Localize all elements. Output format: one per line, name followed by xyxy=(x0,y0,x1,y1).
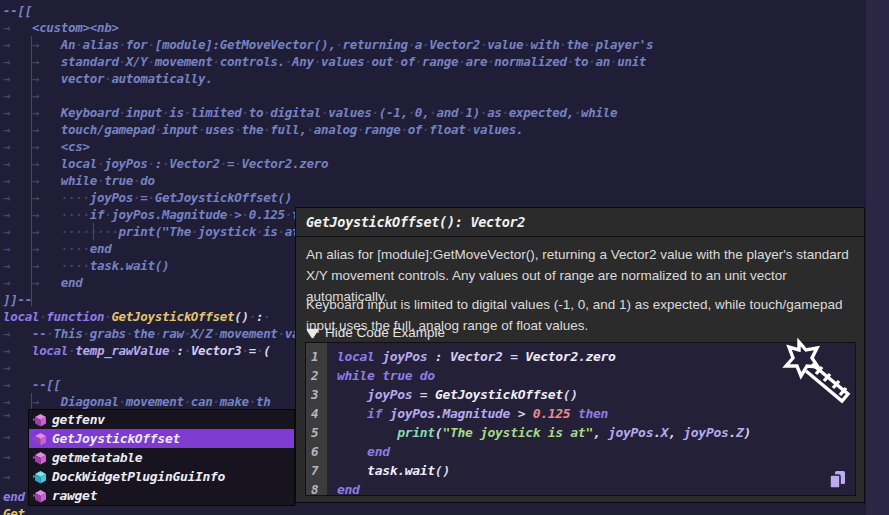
autocomplete-item-label: DockWidgetPluginGuiInfo xyxy=(52,467,225,486)
autocomplete-item-label: GetJoystickOffset xyxy=(52,429,180,448)
indent-guide xyxy=(93,223,94,240)
code-line[interactable]: → → ···· task.wait() xyxy=(3,257,169,274)
example-code-line: end xyxy=(337,480,360,499)
code-line[interactable]: → <custom><nb> xyxy=(3,19,119,36)
line-number: 8 xyxy=(311,480,325,499)
example-code-line: task.wait() xyxy=(337,461,450,480)
example-code-line: print("The joystick is at", joyPos.X, jo… xyxy=(337,423,751,442)
function-cube-icon xyxy=(33,413,47,427)
code-line[interactable]: → → · · · · · · · · · · · · · Keyboard i… xyxy=(3,104,617,121)
line-number: 4 xyxy=(311,404,325,423)
code-line[interactable]: → → · · · · · · · · · · · · · standard X… xyxy=(3,53,646,70)
code-line[interactable]: → → <cs> xyxy=(3,138,90,155)
autocomplete-item-getfenv[interactable]: getfenv xyxy=(29,410,294,429)
autocomplete-item-getmetatable[interactable]: getmetatable xyxy=(29,448,294,467)
class-cube-icon xyxy=(33,470,47,484)
autocomplete-item-dockwidgetpluginguiinfo[interactable]: DockWidgetPluginGuiInfo xyxy=(29,467,294,486)
code-line[interactable]: → xyxy=(3,359,32,376)
code-line[interactable]: Get xyxy=(3,505,25,515)
code-line[interactable]: → → · · · · · local joyPos : Vector2 = V… xyxy=(3,155,328,172)
wand-cursor-icon xyxy=(776,338,860,416)
autocomplete-item-rawget[interactable]: rawget xyxy=(29,486,294,505)
line-number: 3 xyxy=(311,385,325,404)
code-line[interactable]: → → · · · · · · · · · · An alias for [mo… xyxy=(3,36,653,53)
code-line[interactable]: end xyxy=(3,488,25,505)
autocomplete-item-label: getfenv xyxy=(52,410,105,429)
function-cube-icon xyxy=(33,451,47,465)
autocomplete-item-label: getmetatable xyxy=(52,448,142,467)
code-line[interactable]: → → · · while true do xyxy=(3,172,155,189)
line-number: 1 xyxy=(311,347,325,366)
autocomplete-item-getjoystickoffset[interactable]: GetJoystickOffset xyxy=(29,429,294,448)
line-number: 2 xyxy=(311,366,325,385)
code-line[interactable]: → → ···· end xyxy=(3,240,111,257)
example-code-line: local joyPos : Vector2 = Vector2.zero xyxy=(337,347,616,366)
hide-code-example-label: Hide Code Example xyxy=(325,325,445,341)
tooltip-title: GetJoystickOffset(): Vector2 xyxy=(296,208,864,237)
example-code-line: end xyxy=(337,442,390,461)
example-code-line: if joyPos.Magnitude > 0.125 then xyxy=(337,404,608,423)
line-number: 7 xyxy=(311,461,325,480)
indent-guide xyxy=(31,36,32,306)
function-cube-icon xyxy=(33,489,47,503)
code-line[interactable]: --[[ xyxy=(3,2,32,19)
function-cube-icon xyxy=(33,432,47,446)
scrollbar-track[interactable] xyxy=(866,0,889,515)
code-line[interactable]: → → · vector automatically. xyxy=(3,70,213,87)
code-line[interactable]: ]]-- xyxy=(3,291,32,308)
code-line[interactable]: → · · · · · local temp_rawValue : Vector… xyxy=(3,342,270,359)
example-code-line: joyPos = GetJoystickOffset() xyxy=(337,385,578,404)
code-line[interactable]: → → · · · · · · · · · touch/gamepad inpu… xyxy=(3,121,523,138)
chevron-down-icon xyxy=(306,328,319,339)
autocomplete-item-label: rawget xyxy=(52,486,97,505)
code-example-block: 1local joyPos : Vector2 = Vector2.zero2w… xyxy=(305,342,856,496)
hide-code-example-toggle[interactable]: Hide Code Example xyxy=(306,325,445,341)
line-number: 5 xyxy=(311,423,325,442)
autocomplete-dropdown: getfenv GetJoystickOffset getmetatable D… xyxy=(28,409,295,506)
code-line[interactable]: → → ···· · · · · if joyPos.Magnitude > 0… xyxy=(3,206,321,223)
line-number: 6 xyxy=(311,442,325,461)
indent-guide xyxy=(31,393,32,409)
code-line[interactable]: → → end xyxy=(3,274,83,291)
example-code-line: while true do xyxy=(337,366,435,385)
copy-code-button[interactable] xyxy=(830,471,847,489)
code-line[interactable]: · · · ·local function GetJoystickOffset(… xyxy=(3,308,270,325)
code-line[interactable]: → --[[ xyxy=(3,376,61,393)
code-line[interactable]: → → ···· · · joyPos = GetJoystickOffset(… xyxy=(3,189,292,206)
